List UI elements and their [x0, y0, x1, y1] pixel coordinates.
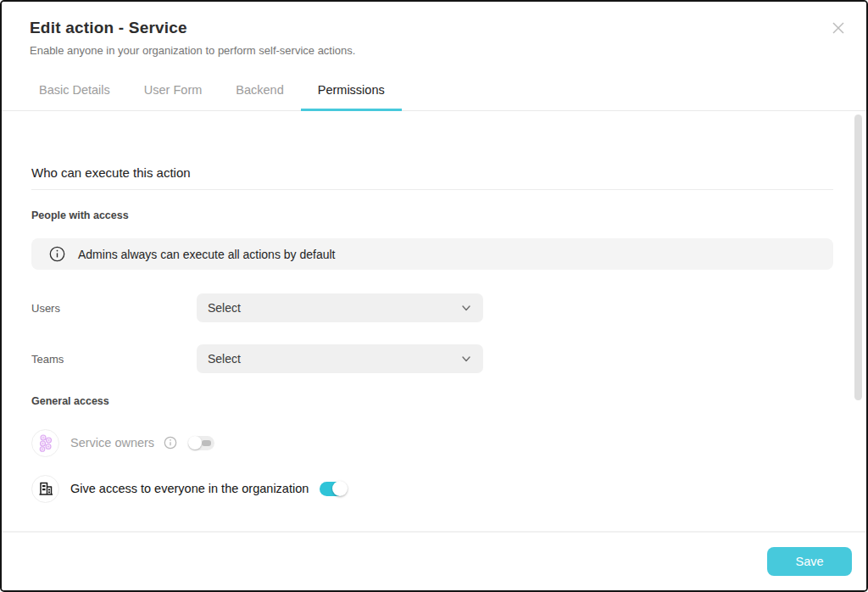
- admins-info-banner: Admins always can execute all actions by…: [31, 238, 833, 270]
- modal-footer: Save: [2, 531, 866, 590]
- service-owners-icon: [37, 433, 54, 452]
- modal-title: Edit action - Service: [30, 19, 187, 37]
- tab-user-form[interactable]: User Form: [127, 73, 219, 111]
- permissions-panel: Who can execute this action People with …: [2, 112, 866, 531]
- section-divider: [31, 189, 833, 190]
- toggle-knob: [188, 436, 202, 450]
- service-owners-text: Service owners: [70, 436, 154, 450]
- save-button[interactable]: Save: [767, 547, 852, 576]
- everyone-access-row: Give access to everyone in the organizat…: [31, 474, 346, 503]
- people-with-access-label: People with access: [31, 209, 129, 221]
- tab-backend[interactable]: Backend: [219, 73, 300, 111]
- close-icon: [830, 20, 847, 40]
- close-button[interactable]: [829, 20, 848, 39]
- service-owners-row: Service owners: [31, 428, 214, 457]
- organization-icon: [37, 480, 54, 497]
- users-field-row: Users Select: [31, 293, 833, 322]
- edit-action-modal: Edit action - Service Enable anyone in y…: [0, 0, 868, 592]
- toggle-dash: [202, 440, 211, 446]
- info-circle-icon: [49, 246, 65, 262]
- teams-select-value: Select: [208, 352, 460, 366]
- teams-label: Teams: [31, 353, 197, 366]
- general-access-label: General access: [31, 395, 109, 407]
- tab-basic-details[interactable]: Basic Details: [22, 73, 127, 111]
- section-title: Who can execute this action: [31, 165, 191, 180]
- chevron-down-icon: [460, 302, 472, 314]
- teams-select[interactable]: Select: [197, 344, 483, 373]
- admins-info-text: Admins always can execute all actions by…: [78, 248, 336, 261]
- everyone-access-toggle[interactable]: [320, 482, 346, 496]
- teams-field-row: Teams Select: [31, 344, 833, 373]
- users-label: Users: [31, 302, 197, 315]
- organization-avatar: [31, 475, 59, 503]
- service-owners-avatar: [31, 429, 59, 457]
- users-select-value: Select: [208, 301, 460, 315]
- toggle-knob: [332, 481, 348, 496]
- modal-subtitle: Enable anyone in your organization to pe…: [30, 44, 355, 57]
- chevron-down-icon: [460, 353, 472, 365]
- tab-permissions[interactable]: Permissions: [301, 73, 402, 111]
- modal-header: Edit action - Service Enable anyone in y…: [2, 2, 866, 111]
- everyone-access-text: Give access to everyone in the organizat…: [70, 482, 309, 495]
- scrollbar-thumb[interactable]: [854, 114, 862, 400]
- service-owners-toggle[interactable]: [188, 436, 214, 450]
- service-owners-info-icon[interactable]: [164, 436, 177, 450]
- tab-bar: Basic Details User Form Backend Permissi…: [22, 73, 402, 111]
- users-select[interactable]: Select: [197, 293, 483, 322]
